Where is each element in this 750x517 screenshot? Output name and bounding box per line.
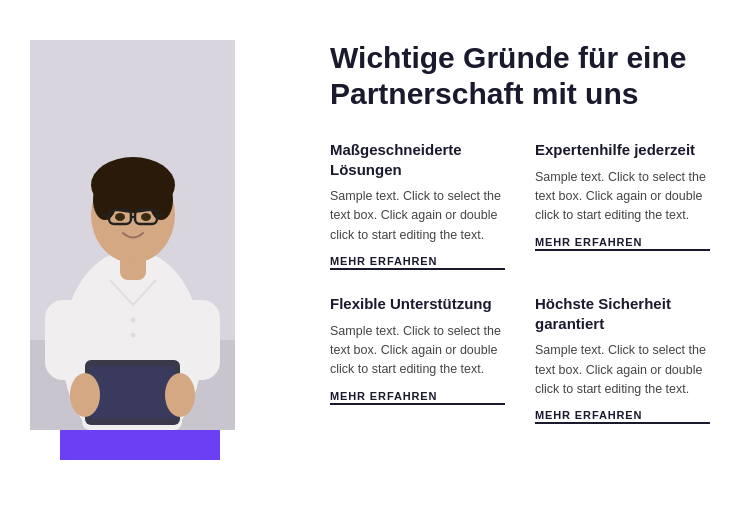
mehr-erfahren-link-expertenhilfe[interactable]: MEHR ERFAHREN <box>535 236 710 251</box>
svg-point-15 <box>141 213 151 221</box>
page: Wichtige Gründe für eine Partnerschaft m… <box>0 0 750 517</box>
mehr-erfahren-link-sicherheit[interactable]: MEHR ERFAHREN <box>535 409 710 424</box>
svg-point-7 <box>93 180 117 220</box>
svg-point-14 <box>115 213 125 221</box>
feature-title-massgeschneiderte: Maßgeschneiderte Lösungen <box>330 140 505 179</box>
feature-block-flexible: Flexible UnterstützungSample text. Click… <box>330 294 505 424</box>
photo-wrapper <box>30 40 250 460</box>
feature-text-sicherheit: Sample text. Click to select the text bo… <box>535 341 710 399</box>
feature-block-expertenhilfe: Expertenhilfe jederzeitSample text. Clic… <box>535 140 710 270</box>
svg-rect-16 <box>45 300 87 380</box>
feature-block-sicherheit: Höchste Sicherheit garantiertSample text… <box>535 294 710 424</box>
svg-point-22 <box>131 318 136 323</box>
feature-title-expertenhilfe: Expertenhilfe jederzeit <box>535 140 710 160</box>
svg-point-20 <box>70 373 100 417</box>
left-column <box>30 40 290 477</box>
feature-title-sicherheit: Höchste Sicherheit garantiert <box>535 294 710 333</box>
person-photo <box>30 40 235 430</box>
feature-text-massgeschneiderte: Sample text. Click to select the text bo… <box>330 187 505 245</box>
svg-rect-17 <box>178 300 220 380</box>
mehr-erfahren-link-flexible[interactable]: MEHR ERFAHREN <box>330 390 505 405</box>
svg-point-8 <box>149 180 173 220</box>
features-grid: Maßgeschneiderte LösungenSample text. Cl… <box>330 140 710 424</box>
svg-rect-19 <box>90 366 175 419</box>
svg-point-21 <box>165 373 195 417</box>
right-column: Wichtige Gründe für eine Partnerschaft m… <box>330 40 710 477</box>
feature-text-expertenhilfe: Sample text. Click to select the text bo… <box>535 168 710 226</box>
main-title: Wichtige Gründe für eine Partnerschaft m… <box>330 40 710 112</box>
feature-block-massgeschneiderte: Maßgeschneiderte LösungenSample text. Cl… <box>330 140 505 270</box>
mehr-erfahren-link-massgeschneiderte[interactable]: MEHR ERFAHREN <box>330 255 505 270</box>
feature-title-flexible: Flexible Unterstützung <box>330 294 505 314</box>
svg-point-23 <box>131 333 136 338</box>
feature-text-flexible: Sample text. Click to select the text bo… <box>330 322 505 380</box>
